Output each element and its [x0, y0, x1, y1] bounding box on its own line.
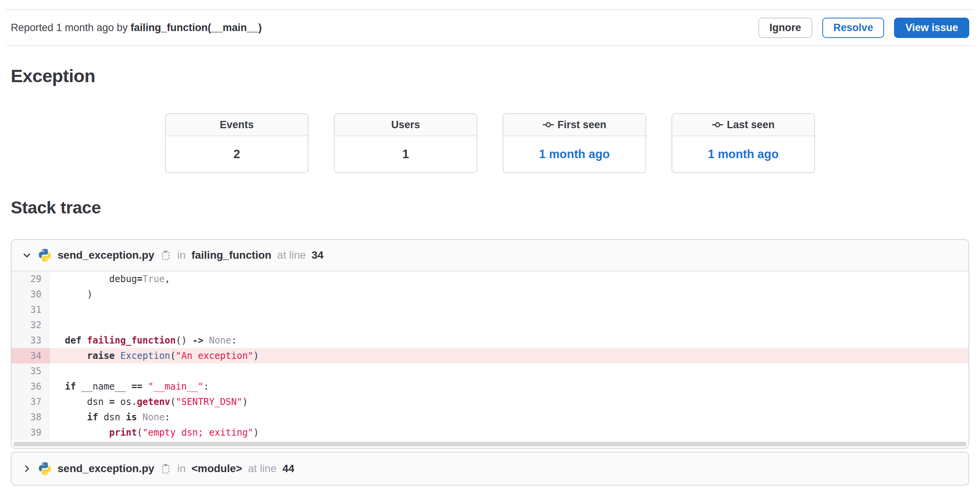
events-label: Events [220, 119, 254, 131]
code-text [50, 302, 968, 317]
code-line: 34 raise Exception("An exception") [12, 348, 968, 363]
stats-row: Events 2 Users 1 First seen 1 month ago [0, 113, 980, 173]
code-text: dsn = os.getenv("SENTRY_DSN") [50, 394, 968, 410]
line-number: 38 [12, 410, 50, 425]
events-value: 2 [166, 136, 308, 172]
frame-function: <module> [191, 463, 242, 475]
frame-in-label: in [177, 249, 186, 261]
events-card: Events 2 [165, 113, 309, 173]
stack-trace-heading: Stack trace [11, 198, 980, 218]
frame-atline-label: at line [277, 249, 306, 261]
frame-header-row[interactable]: send_exception.py in failing_function at… [12, 240, 968, 271]
code-line: 38 if dsn is None: [12, 410, 968, 425]
frame-filename: send_exception.py [58, 463, 154, 475]
last-seen-card-header: Last seen [672, 114, 814, 136]
stack-frame-expanded: send_exception.py in failing_function at… [11, 239, 969, 449]
commit-icon [543, 119, 554, 131]
line-number: 39 [12, 425, 50, 440]
first-seen-card-header: First seen [503, 114, 645, 136]
frame-atline-label: at line [248, 463, 277, 475]
frame-header-row[interactable]: send_exception.py in <module> at line 44 [12, 453, 968, 485]
code-viewer: 29 debug=True,30 )313233def failing_func… [12, 271, 968, 448]
line-number: 31 [12, 302, 50, 317]
first-seen-card: First seen 1 month ago [503, 113, 646, 173]
last-seen-card: Last seen 1 month ago [671, 113, 815, 173]
code-text [50, 317, 968, 333]
line-number: 32 [12, 317, 50, 333]
reported-summary: Reported 1 month ago by failing_function… [11, 22, 262, 34]
stack-frame-collapsed: send_exception.py in <module> at line 44 [11, 452, 969, 486]
view-issue-button[interactable]: View issue [894, 18, 969, 38]
first-seen-link[interactable]: 1 month ago [503, 136, 645, 172]
code-line: 35 [12, 363, 968, 379]
code-text: ) [50, 287, 968, 302]
code-text [50, 363, 968, 379]
chevron-down-icon[interactable] [21, 250, 32, 261]
code-line: 36if __name__ == "__main__": [12, 379, 968, 394]
frame-filename: send_exception.py [58, 249, 154, 261]
resolve-button[interactable]: Resolve [822, 18, 884, 38]
ignore-button[interactable]: Ignore [758, 18, 812, 38]
chevron-right-icon[interactable] [21, 463, 32, 474]
line-number: 29 [12, 271, 50, 287]
last-seen-link[interactable]: 1 month ago [672, 136, 814, 172]
header-actions: Ignore Resolve View issue [758, 18, 969, 38]
commit-icon [712, 119, 723, 131]
horizontal-scrollbar[interactable] [13, 442, 967, 446]
reported-actor: failing_function(__main__) [130, 22, 262, 33]
python-icon [38, 248, 52, 262]
copy-icon[interactable] [160, 249, 172, 261]
code-line: 37 dsn = os.getenv("SENTRY_DSN") [12, 394, 968, 410]
code-text: if __name__ == "__main__": [50, 379, 968, 394]
code-line: 33def failing_function() -> None: [12, 333, 968, 348]
users-value: 1 [335, 136, 477, 172]
frame-line-number: 34 [312, 249, 323, 261]
line-number: 35 [12, 363, 50, 379]
copy-icon[interactable] [160, 463, 172, 474]
code-line: 30 ) [12, 287, 968, 302]
code-text: raise Exception("An exception") [50, 348, 968, 363]
events-card-header: Events [166, 114, 308, 136]
last-seen-label: Last seen [727, 119, 775, 131]
line-number: 37 [12, 394, 50, 410]
reported-prefix: Reported 1 month ago by [11, 22, 130, 33]
line-number: 34 [12, 348, 50, 363]
frame-function: failing_function [191, 249, 271, 261]
users-card-header: Users [335, 114, 477, 136]
users-label: Users [391, 119, 420, 131]
report-header-bar: Reported 1 month ago by failing_function… [6, 9, 974, 46]
exception-heading: Exception [11, 65, 980, 86]
frame-in-label: in [177, 463, 186, 475]
code-text: print("empty dsn; exiting") [50, 425, 968, 440]
line-number: 33 [12, 333, 50, 348]
line-number: 36 [12, 379, 50, 394]
code-line: 32 [12, 317, 968, 333]
code-line: 31 [12, 302, 968, 317]
frame-line-number: 44 [282, 463, 294, 475]
code-line: 39 print("empty dsn; exiting") [12, 425, 968, 440]
python-icon [38, 462, 52, 476]
code-lines: 29 debug=True,30 )313233def failing_func… [12, 271, 968, 440]
code-line: 29 debug=True, [12, 271, 968, 287]
first-seen-label: First seen [558, 119, 607, 131]
code-text: debug=True, [50, 271, 968, 287]
users-card: Users 1 [334, 113, 477, 173]
code-text: if dsn is None: [50, 410, 968, 425]
code-text: def failing_function() -> None: [50, 333, 968, 348]
line-number: 30 [12, 287, 50, 302]
